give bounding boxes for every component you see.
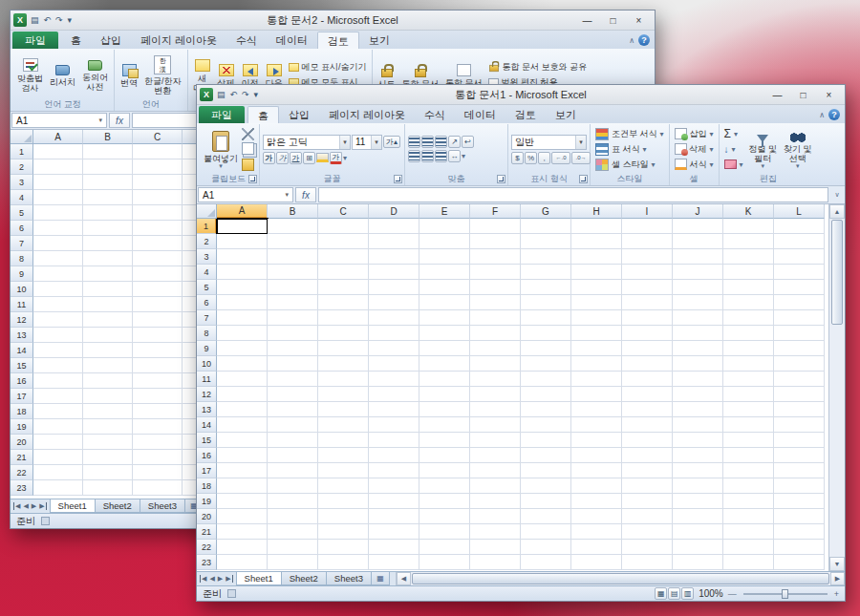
cell-A12[interactable]: [33, 312, 83, 328]
cell-G3[interactable]: [521, 249, 571, 265]
cell-K12[interactable]: [723, 387, 774, 402]
cell-A16[interactable]: [217, 448, 268, 463]
fill-color-button[interactable]: [316, 153, 329, 162]
cell-I3[interactable]: [622, 249, 673, 265]
cell-A5[interactable]: [33, 205, 83, 221]
undo-button[interactable]: ↶: [43, 13, 53, 27]
cell-F12[interactable]: [470, 387, 521, 402]
cell-I19[interactable]: [622, 494, 673, 509]
cell-E10[interactable]: [419, 356, 470, 372]
cell-G13[interactable]: [521, 402, 571, 417]
name-box[interactable]: A1 ▾: [198, 187, 293, 202]
cell-L13[interactable]: [774, 402, 825, 417]
row-header-2[interactable]: 2: [11, 159, 33, 175]
ribbon-tab-보기[interactable]: 보기: [546, 106, 586, 123]
align-right-button[interactable]: [435, 150, 447, 162]
border-button[interactable]: ⊞: [303, 152, 315, 164]
cell-F6[interactable]: [470, 295, 521, 310]
cell-K14[interactable]: [723, 417, 774, 433]
font-extras-dropdown-icon[interactable]: ▾: [343, 154, 347, 162]
cell-E4[interactable]: [419, 265, 470, 280]
titlebar-back[interactable]: X ▤ ↶ ↷ ▾ 통합 문서2 - Microsoft Excel — □ ×: [11, 11, 655, 31]
row-header-3[interactable]: 3: [197, 249, 217, 265]
find-select-button[interactable]: 찾기 및 선택 ▾: [781, 130, 815, 169]
cell-B5[interactable]: [268, 280, 318, 295]
previous-sheet-button[interactable]: ◀: [23, 502, 28, 510]
minimize-button[interactable]: —: [574, 12, 600, 29]
cell-E18[interactable]: [419, 478, 470, 494]
cell-K15[interactable]: [723, 433, 774, 448]
select-all-corner[interactable]: [11, 130, 33, 144]
row-header-16[interactable]: 16: [11, 373, 33, 389]
cell-C5[interactable]: [133, 205, 183, 221]
cell-I20[interactable]: [622, 509, 673, 524]
zoom-slider[interactable]: [743, 593, 828, 595]
increase-decimal-button[interactable]: ←.0: [551, 152, 570, 164]
cell-D9[interactable]: [369, 341, 419, 356]
name-box-dropdown-icon[interactable]: ▾: [285, 191, 289, 199]
cell-H12[interactable]: [571, 387, 622, 402]
cell-C11[interactable]: [133, 297, 183, 312]
cell-F17[interactable]: [470, 463, 521, 478]
row-header-19[interactable]: 19: [197, 494, 217, 509]
cell-E21[interactable]: [419, 524, 470, 540]
cell-J18[interactable]: [673, 478, 723, 494]
ribbon-tab-페이지 레이아웃[interactable]: 페이지 레이아웃: [319, 106, 415, 123]
first-sheet-button[interactable]: ◀: [13, 502, 20, 510]
cell-A3[interactable]: [33, 175, 83, 190]
cell-D2[interactable]: [369, 234, 419, 249]
dialog-launcher-icon[interactable]: [248, 175, 257, 183]
cell-G21[interactable]: [521, 524, 571, 540]
row-header-10[interactable]: 10: [11, 282, 33, 297]
cell-L3[interactable]: [774, 249, 825, 265]
align-center-button[interactable]: [421, 150, 434, 162]
row-header-15[interactable]: 15: [11, 358, 33, 373]
row-header-20[interactable]: 20: [197, 509, 217, 524]
last-sheet-button[interactable]: ▶: [226, 575, 232, 583]
cell-C10[interactable]: [318, 356, 369, 372]
cell-C2[interactable]: [318, 234, 369, 249]
ribbon-tab-데이터[interactable]: 데이터: [455, 106, 505, 123]
cell-E14[interactable]: [419, 417, 470, 433]
zoom-level[interactable]: 100%: [699, 588, 723, 599]
row-header-16[interactable]: 16: [197, 448, 217, 463]
cell-B13[interactable]: [268, 402, 318, 417]
titlebar-front[interactable]: X ▤ ↶ ↷ ▾ 통합 문서1 - Microsoft Excel — □ ×: [197, 85, 845, 105]
cell-B20[interactable]: [83, 435, 133, 450]
cell-L5[interactable]: [774, 280, 825, 295]
row-header-3[interactable]: 3: [11, 175, 33, 190]
cell-B14[interactable]: [83, 343, 133, 358]
thesaurus-button[interactable]: 동의어 사전: [79, 58, 111, 92]
cell-I14[interactable]: [622, 417, 673, 433]
cell-C6[interactable]: [318, 295, 369, 310]
cell-A20[interactable]: [33, 435, 83, 450]
cell-H9[interactable]: [571, 341, 622, 356]
formula-bar-expand-icon[interactable]: ∨: [830, 187, 844, 202]
font-size-combo[interactable]: 11 ▾: [352, 135, 382, 150]
sheet-tab-Sheet2[interactable]: Sheet2: [95, 499, 140, 513]
cell-C5[interactable]: [318, 280, 369, 295]
cell-G16[interactable]: [521, 448, 571, 463]
cell-G8[interactable]: [521, 326, 571, 341]
cell-A19[interactable]: [33, 419, 83, 435]
cell-I7[interactable]: [622, 310, 673, 326]
cell-C2[interactable]: [133, 159, 183, 175]
cell-A7[interactable]: [33, 236, 83, 251]
cell-C7[interactable]: [133, 236, 183, 251]
row-header-20[interactable]: 20: [11, 435, 33, 450]
cell-C22[interactable]: [318, 540, 369, 555]
cell-D6[interactable]: [369, 295, 419, 310]
cell-C14[interactable]: [318, 417, 369, 433]
cell-I10[interactable]: [622, 356, 673, 372]
row-header-11[interactable]: 11: [11, 297, 33, 312]
cell-I22[interactable]: [622, 540, 673, 555]
cell-L21[interactable]: [774, 524, 825, 540]
cell-B1[interactable]: [268, 219, 318, 234]
font-name-dropdown-icon[interactable]: ▾: [339, 136, 350, 149]
cell-F16[interactable]: [470, 448, 521, 463]
decrease-decimal-button[interactable]: .0→: [571, 152, 591, 164]
cell-D15[interactable]: [369, 433, 419, 448]
cell-H7[interactable]: [571, 310, 622, 326]
cell-L16[interactable]: [774, 448, 825, 463]
cell-B7[interactable]: [268, 310, 318, 326]
